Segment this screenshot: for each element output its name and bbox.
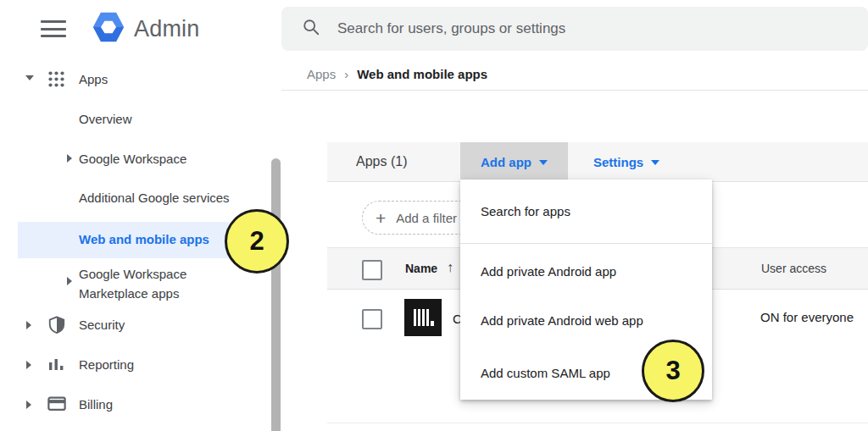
search-input[interactable] (336, 19, 763, 38)
shield-icon (47, 315, 66, 338)
sidebar-item-label: Web and mobile apps (79, 232, 209, 246)
sidebar-item-reporting[interactable]: Reporting (79, 357, 134, 372)
breadcrumb: Apps › Web and mobile apps (307, 67, 487, 81)
sidebar-scrollbar[interactable] (271, 158, 281, 431)
settings-button[interactable]: Settings (593, 142, 659, 182)
sidebar-item-marketplace-apps[interactable]: Google Workspace Marketplace apps (79, 264, 186, 303)
apps-count-title: Apps (1) (356, 154, 407, 169)
user-access-value: ON for everyone (760, 310, 854, 324)
brand-title: Admin (134, 16, 200, 42)
billing-expand-icon[interactable] (26, 401, 31, 409)
menu-divider (460, 243, 712, 244)
plus-icon: + (376, 209, 386, 227)
marketplace-label-line2: Marketplace apps (79, 284, 186, 303)
search-icon (302, 18, 320, 40)
security-expand-icon[interactable] (26, 321, 31, 329)
global-search-bar[interactable] (281, 7, 868, 51)
reporting-expand-icon[interactable] (26, 361, 31, 369)
sidebar-item-billing[interactable]: Billing (79, 397, 113, 412)
select-all-checkbox[interactable] (362, 260, 382, 280)
chevron-down-icon (539, 160, 548, 165)
settings-label: Settings (593, 155, 643, 169)
sidebar-item-apps[interactable]: Apps (79, 72, 108, 86)
credit-card-icon (47, 396, 66, 415)
sidebar-item-additional-google-services[interactable]: Additional Google services (79, 191, 230, 205)
menu-item-add-private-android-web-app[interactable]: Add private Android web app (460, 296, 712, 344)
bar-chart-icon (48, 357, 64, 376)
google-workspace-expand-icon[interactable] (67, 154, 72, 163)
step-callout-3: 3 (642, 340, 704, 402)
menu-item-add-private-android-app[interactable]: Add private Android app (460, 247, 712, 295)
sidebar-item-security[interactable]: Security (79, 318, 125, 332)
row-divider (327, 423, 868, 423)
menu-hamburger-icon[interactable] (41, 20, 66, 37)
app-logo-icon (404, 299, 442, 340)
admin-console-page: Admin Apps › Web and mobile apps Apps Ov… (0, 0, 868, 431)
name-column-header[interactable]: Name (405, 262, 437, 275)
step-callout-2: 2 (225, 209, 289, 274)
brand-logo: Admin (92, 10, 200, 47)
sidebar-item-overview[interactable]: Overview (79, 112, 132, 126)
header-divider (281, 90, 868, 91)
breadcrumb-separator: › (344, 67, 348, 81)
add-app-label: Add app (481, 155, 531, 169)
chevron-down-icon (651, 160, 659, 165)
add-filter-label: Add a filter (396, 211, 457, 225)
row-checkbox[interactable] (362, 309, 382, 329)
sidebar-item-web-and-mobile-apps[interactable]: Web and mobile apps (18, 222, 229, 258)
apps-collapse-caret-icon[interactable] (25, 75, 34, 80)
sidebar-item-google-workspace[interactable]: Google Workspace (79, 152, 186, 166)
breadcrumb-parent[interactable]: Apps (307, 67, 336, 81)
breadcrumb-current: Web and mobile apps (357, 67, 487, 81)
user-access-column-header: User access (761, 262, 826, 275)
marketplace-label-line1: Google Workspace (79, 264, 186, 284)
apps-grid-icon (47, 70, 65, 91)
sort-ascending-icon[interactable]: ↑ (447, 260, 453, 275)
admin-hexagon-icon (92, 10, 125, 47)
menu-item-search-for-apps[interactable]: Search for apps (460, 180, 712, 243)
marketplace-expand-icon[interactable] (67, 277, 72, 285)
add-app-button[interactable]: Add app (460, 142, 568, 182)
